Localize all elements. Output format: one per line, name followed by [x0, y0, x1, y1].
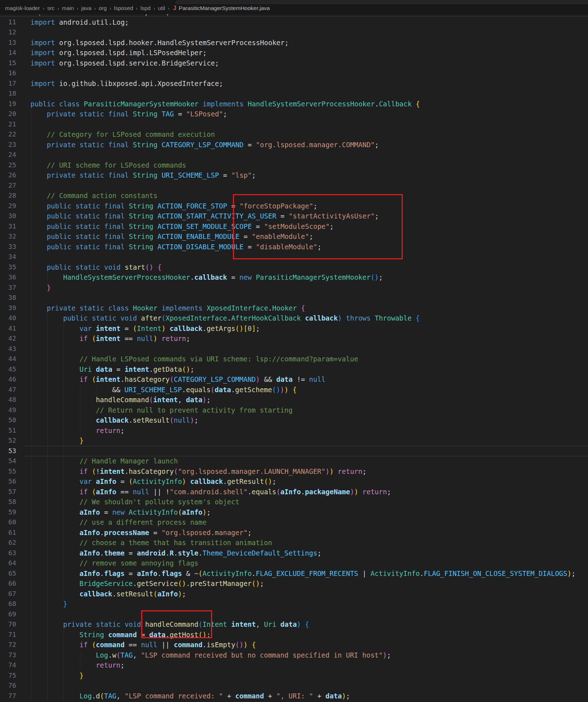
code-line[interactable]: 25// URI scheme for LSPosed commands — [0, 160, 588, 170]
code-line[interactable]: 14import org.lsposed.lspd.impl.LSPosedHe… — [0, 48, 588, 58]
line-number: 11 — [0, 17, 16, 28]
code-line[interactable]: 40public static void after(XposedInterfa… — [0, 313, 588, 323]
breadcrumb-item[interactable]: util — [158, 5, 165, 11]
code-line[interactable]: 44// Handle LSPosed commands via URI sch… — [0, 354, 588, 364]
code-line[interactable]: 11import android.util.Log; — [0, 17, 588, 28]
indent-guide — [63, 528, 64, 538]
code-line[interactable]: 71String command = data.getHost(); — [0, 630, 588, 640]
code-line[interactable]: 56var aInfo = (ActivityInfo) callback.ge… — [0, 476, 588, 487]
indent-guide — [47, 589, 48, 599]
code-line[interactable]: 65aInfo.flags = aInfo.flags & ~(Activity… — [0, 568, 588, 579]
code-line[interactable]: 68} — [0, 599, 588, 609]
code-line[interactable]: 26private static final String URI_SCHEME… — [0, 170, 588, 181]
breadcrumb-file-name[interactable]: ParasiticManagerSystemHooker.java — [179, 5, 270, 11]
code-line[interactable]: 43 — [0, 344, 588, 354]
indent-guide — [47, 640, 48, 650]
code-line[interactable]: 51return; — [0, 425, 588, 436]
code-text: if (aInfo == null || !"com.android.shell… — [80, 487, 391, 497]
code-line[interactable]: 72if (command == null || command.isEmpty… — [0, 640, 588, 650]
code-line[interactable]: 17import io.github.libxposed.api.XposedI… — [0, 78, 588, 89]
code-line[interactable]: 41var intent = (Intent) callback.getArgs… — [0, 323, 588, 334]
code-line[interactable]: 70private static void handleCommand(Inte… — [0, 619, 588, 630]
code-line[interactable]: 15import org.lsposed.lspd.service.Bridge… — [0, 58, 588, 68]
code-line[interactable]: 63aInfo.theme = android.R.style.Theme_De… — [0, 548, 588, 558]
line-number: 64 — [0, 558, 16, 568]
code-line[interactable]: 67callback.setResult(aInfo); — [0, 589, 588, 599]
breadcrumb-item[interactable]: magisk-loader — [5, 5, 40, 11]
code-line[interactable]: 45Uri data = intent.getData(); — [0, 364, 588, 375]
code-line[interactable]: 66BridgeService.getService().preStartMan… — [0, 578, 588, 589]
code-line[interactable]: 19public class ParasiticManagerSystemHoo… — [0, 99, 588, 109]
indent-guide — [31, 405, 31, 415]
indent-guide — [31, 548, 31, 558]
breadcrumb-item[interactable]: lspd — [140, 5, 150, 11]
indent-guide — [31, 364, 31, 375]
code-line[interactable]: 69 — [0, 609, 588, 620]
breadcrumb-item[interactable]: lsposed — [114, 5, 133, 11]
code-line[interactable]: 60// use a different process name — [0, 517, 588, 528]
vscode-editor-window: { "breadcrumb": { "items": ["magisk-load… — [0, 0, 588, 702]
code-line[interactable]: 12 — [0, 27, 588, 38]
code-line[interactable]: 57if (aInfo == null || !"com.android.she… — [0, 487, 588, 497]
indent-guide — [63, 589, 64, 599]
code-line[interactable]: 16 — [0, 68, 588, 78]
line-number: 14 — [0, 48, 16, 58]
indent-guide — [31, 395, 31, 405]
code-line[interactable]: 38 — [0, 293, 588, 303]
indent-guide — [47, 630, 48, 640]
indent-guide — [31, 252, 31, 262]
code-line[interactable]: 76 — [0, 681, 588, 691]
breadcrumb-item[interactable]: org — [99, 5, 106, 11]
code-line[interactable]: 54// Handle Manager launch — [0, 456, 588, 466]
code-line[interactable]: 55if (!intent.hasCategory("org.lsposed.m… — [0, 466, 588, 477]
line-number: 56 — [0, 476, 16, 487]
code-line[interactable]: 59aInfo = new ActivityInfo(aInfo); — [0, 507, 588, 518]
code-line[interactable]: 21 — [0, 119, 588, 130]
code-line[interactable]: 77Log.d(TAG, "LSP command received: " + … — [0, 691, 588, 701]
code-line[interactable]: 47&& URI_SCHEME_LSP.equals(data.getSchem… — [0, 385, 588, 395]
code-line[interactable]: 74return; — [0, 660, 588, 670]
indent-guide — [47, 691, 48, 701]
breadcrumb-item[interactable]: java — [81, 5, 91, 11]
breadcrumb-item[interactable]: src — [47, 5, 55, 11]
code-text: import org.lsposed.lspd.hooker.HandleSys… — [30, 38, 289, 48]
indent-guide — [63, 681, 64, 691]
code-line[interactable]: 42if (intent == null) return; — [0, 333, 588, 344]
code-line[interactable]: 49// Return null to prevent activity fro… — [0, 405, 588, 415]
code-line[interactable]: 18 — [0, 88, 588, 99]
code-line[interactable]: 22// Category for LSPosed command execut… — [0, 129, 588, 140]
code-line[interactable]: 39private static class Hooker implements… — [0, 303, 588, 313]
indent-guide — [31, 293, 31, 303]
code-line[interactable]: 64// remove some annoying flags — [0, 558, 588, 568]
code-line[interactable]: 13import org.lsposed.lspd.hooker.HandleS… — [0, 38, 588, 48]
code-line[interactable]: 52} — [0, 436, 588, 446]
indent-guide — [31, 507, 31, 518]
code-line[interactable]: 50callback.setResult(null); — [0, 415, 588, 425]
code-line[interactable]: 24 — [0, 150, 588, 160]
indent-guide — [47, 670, 48, 681]
code-line[interactable]: 75} — [0, 670, 588, 681]
code-area[interactable]: 10import android.os.RemoteException;11im… — [0, 7, 588, 701]
indent-guide — [47, 333, 48, 344]
code-line[interactable]: 35public static void start() { — [0, 262, 588, 273]
indent-guide — [31, 323, 31, 334]
code-line[interactable]: 61aInfo.processName = "org.lsposed.manag… — [0, 528, 588, 538]
code-line[interactable]: 37} — [0, 283, 588, 293]
indent-guide — [63, 670, 64, 681]
code-line[interactable]: 58// We shouldn't pollute system's objec… — [0, 497, 588, 507]
indent-guide — [63, 578, 64, 589]
code-line[interactable]: 46if (intent.hasCategory(CATEGORY_LSP_CO… — [0, 374, 588, 385]
code-line[interactable]: 36HandleSystemServerProcessHooker.callba… — [0, 272, 588, 283]
code-line[interactable]: 23private static final String CATEGORY_L… — [0, 140, 588, 150]
code-line[interactable]: 20private static final String TAG = "LSP… — [0, 109, 588, 119]
code-line[interactable]: 48handleCommand(intent, data); — [0, 395, 588, 405]
code-text: if (intent == null) return; — [80, 333, 190, 344]
indent-guide — [31, 119, 31, 130]
line-number: 23 — [0, 140, 16, 150]
breadcrumb-item[interactable]: main — [62, 5, 74, 11]
breadcrumb-separator-icon: › — [57, 6, 59, 11]
code-line[interactable]: 73Log.w(TAG, "LSP command received but n… — [0, 650, 588, 660]
code-line[interactable]: 62// choose a theme that has transition … — [0, 538, 588, 548]
code-line[interactable]: 27 — [0, 181, 588, 191]
code-line-active[interactable]: 53 — [0, 446, 588, 456]
